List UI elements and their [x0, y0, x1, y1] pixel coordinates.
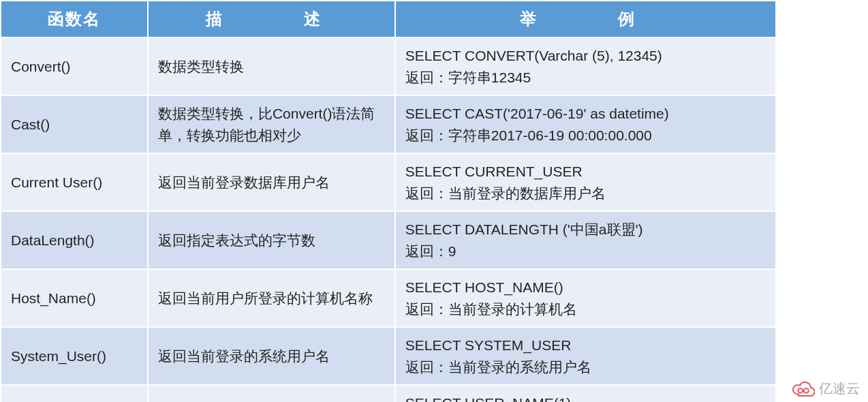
cell-example: SELECT DATALENGTH ('中国a联盟') 返回：9 — [395, 211, 776, 269]
table-row: Cast()数据类型转换，比Convert()语法简单，转换功能也相对少SELE… — [1, 95, 776, 153]
cell-description: 返回指定表达式的字节数 — [148, 211, 395, 269]
cell-example: SELECT SYSTEM_USER 返回：当前登录的系统用户名 — [395, 327, 776, 385]
cell-description: 返回当前用户所登录的计算机名称 — [148, 269, 395, 327]
table-row: Host_Name()返回当前用户所登录的计算机名称SELECT HOST_NA… — [1, 269, 776, 327]
cell-func-name: DataLength() — [1, 211, 148, 269]
header-example: 举 例 — [395, 1, 776, 37]
svg-point-0 — [798, 388, 803, 393]
cell-func-name: System_User() — [1, 327, 148, 385]
cell-example: SELECT CONVERT(Varchar (5), 12345) 返回：字符… — [395, 37, 776, 95]
cell-func-name: Current User() — [1, 153, 148, 211]
cell-example: SELECT CAST('2017-06-19' as datetime) 返回… — [395, 95, 776, 153]
svg-point-1 — [804, 388, 809, 393]
header-description: 描 述 — [148, 1, 395, 37]
cell-func-name: Host_Name() — [1, 269, 148, 327]
table-row: Current User()返回当前登录数据库用户名SELECT CURRENT… — [1, 153, 776, 211]
sql-function-table: 函数名 描 述 举 例 Convert()数据类型转换SELECT CONVER… — [0, 0, 777, 402]
cell-func-name: Cast() — [1, 95, 148, 153]
header-func-name: 函数名 — [1, 1, 148, 37]
cell-description: 返回当前登录的系统用户名 — [148, 327, 395, 385]
table-row: User_Name()根据ID返回数据库用户名SELECT USER_NAME(… — [1, 385, 776, 402]
table-row: System_User()返回当前登录的系统用户名SELECT SYSTEM_U… — [1, 327, 776, 385]
table-row: DataLength()返回指定表达式的字节数SELECT DATALENGTH… — [1, 211, 776, 269]
table-row: Convert()数据类型转换SELECT CONVERT(Varchar (5… — [1, 37, 776, 95]
cell-func-name: User_Name() — [1, 385, 148, 402]
cell-example: SELECT HOST_NAME() 返回：当前登录的计算机名 — [395, 269, 776, 327]
cell-example: SELECT CURRENT_USER 返回：当前登录的数据库用户名 — [395, 153, 776, 211]
cell-description: 数据类型转换 — [148, 37, 395, 95]
cell-description: 根据ID返回数据库用户名 — [148, 385, 395, 402]
cell-description: 数据类型转换，比Convert()语法简单，转换功能也相对少 — [148, 95, 395, 153]
cell-example: SELECT USER_NAME(1) 返回：从任意数据库中返回“dbo” — [395, 385, 776, 402]
watermark-text: 亿速云 — [819, 380, 860, 398]
cell-description: 返回当前登录数据库用户名 — [148, 153, 395, 211]
watermark: 亿速云 — [792, 379, 860, 398]
cloud-icon — [792, 379, 815, 398]
cell-func-name: Convert() — [1, 37, 148, 95]
